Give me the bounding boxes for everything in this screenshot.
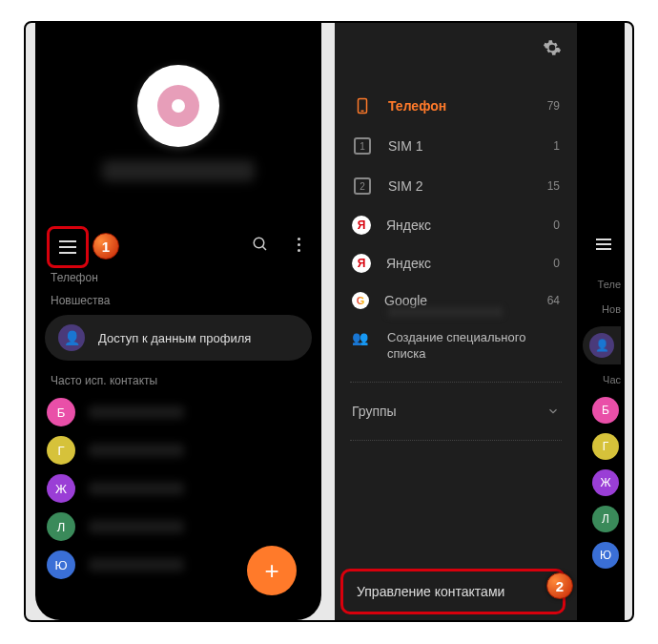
gear-icon bbox=[543, 38, 562, 57]
list-item[interactable]: Л bbox=[47, 508, 321, 546]
avatar: Б bbox=[47, 398, 75, 426]
hamburger-icon bbox=[596, 239, 611, 250]
more-button[interactable] bbox=[289, 235, 308, 254]
list-item[interactable]: Г bbox=[47, 431, 321, 469]
groups-expander[interactable]: Группы bbox=[335, 390, 577, 432]
avatar-plate bbox=[137, 65, 219, 147]
frequent-label: Часто исп. контакты bbox=[35, 364, 321, 393]
account-source-list: Телефон 79 1 SIM 1 1 2 SIM 2 15 Я Яндекс… bbox=[335, 76, 577, 374]
person-icon: 👤 bbox=[589, 333, 614, 358]
profile-header bbox=[35, 23, 321, 223]
right-screenshot: Теле Нов 👤 Час Б Г Ж Л Ю Телефон bbox=[335, 23, 625, 620]
svg-line-1 bbox=[262, 246, 266, 250]
source-sim2[interactable]: 2 SIM 2 15 bbox=[335, 166, 577, 206]
profile-access-text: Доступ к данным профиля bbox=[98, 331, 251, 345]
sim-icon: 1 bbox=[354, 137, 371, 155]
phone-icon bbox=[352, 95, 373, 116]
source-google[interactable]: Google 64 bbox=[335, 282, 577, 319]
sim-icon: 2 bbox=[354, 177, 371, 195]
hamburger-icon bbox=[59, 240, 76, 254]
create-custom-list[interactable]: 👥 Создание специального списка bbox=[335, 319, 577, 374]
news-label: Новшества bbox=[35, 290, 321, 311]
list-item[interactable]: Б bbox=[47, 393, 321, 431]
left-screenshot: 1 Телефон Новшества 👤 Доступ к данным пр… bbox=[35, 23, 321, 620]
profile-name-blur bbox=[102, 160, 255, 181]
person-icon: 👤 bbox=[58, 324, 85, 351]
source-sim1[interactable]: 1 SIM 1 1 bbox=[335, 126, 577, 166]
avatar: Ж bbox=[47, 474, 75, 503]
source-phone[interactable]: Телефон 79 bbox=[335, 86, 577, 126]
list-item[interactable]: Ж bbox=[47, 469, 321, 508]
profile-access-pill[interactable]: 👤 Доступ к данным профиля bbox=[45, 315, 312, 361]
navigation-drawer: Телефон 79 1 SIM 1 1 2 SIM 2 15 Я Яндекс… bbox=[335, 23, 577, 620]
source-yandex[interactable]: Я Яндекс 0 bbox=[335, 244, 577, 282]
fab-add-button[interactable]: + bbox=[247, 546, 297, 595]
divider bbox=[350, 382, 562, 383]
avatar: Л bbox=[47, 512, 75, 541]
manage-contacts-button[interactable]: Управление контактами bbox=[340, 569, 565, 614]
background-strip: Теле Нов 👤 Час Б Г Ж Л Ю bbox=[577, 23, 625, 620]
svg-point-0 bbox=[254, 238, 264, 248]
source-yandex[interactable]: Я Яндекс 0 bbox=[335, 206, 577, 244]
divider bbox=[350, 440, 562, 441]
yandex-icon: Я bbox=[352, 254, 371, 273]
chevron-down-icon bbox=[546, 405, 560, 418]
avatar: Г bbox=[47, 436, 75, 465]
yandex-icon: Я bbox=[352, 216, 371, 235]
google-icon bbox=[352, 292, 369, 309]
people-icon: 👥 bbox=[352, 330, 372, 345]
section-phone-label: Телефон bbox=[35, 265, 321, 290]
callout-badge-2: 2 bbox=[546, 572, 573, 599]
donut-icon bbox=[157, 85, 199, 127]
search-button[interactable] bbox=[251, 235, 270, 254]
hamburger-button[interactable] bbox=[47, 226, 89, 268]
settings-button[interactable] bbox=[543, 38, 562, 61]
avatar: Ю bbox=[47, 551, 75, 579]
